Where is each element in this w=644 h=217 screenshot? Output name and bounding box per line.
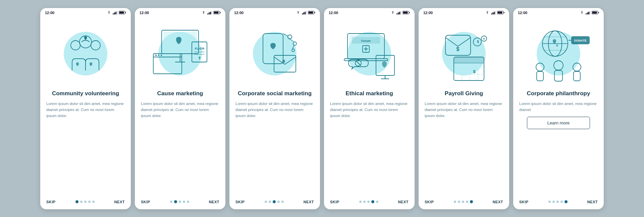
dot-1-2 (84, 201, 87, 203)
battery-icon-6 (592, 11, 599, 14)
svg-point-39 (292, 49, 294, 52)
svg-rect-10 (209, 12, 210, 14)
dots-5 (454, 200, 473, 203)
svg-line-42 (292, 45, 294, 49)
wifi-icon-5 (485, 11, 490, 14)
svg-point-93 (536, 63, 544, 71)
bottom-nav-2: SKIP NEXT (135, 196, 225, 209)
svg-rect-12 (211, 11, 212, 14)
dot-3-1 (269, 201, 271, 203)
svg-rect-23 (153, 54, 182, 74)
svg-point-37 (288, 35, 292, 39)
svg-rect-87 (592, 12, 597, 14)
svg-point-26 (158, 55, 159, 56)
time-4: 12:00 (329, 11, 338, 15)
wifi-icon-4 (390, 11, 395, 14)
status-icons-2 (201, 11, 221, 14)
illustration-payroll-giving: $ $ $ $ (419, 16, 509, 90)
icon-corporate-social-marketing (238, 23, 312, 84)
screen-corporate-philanthropy: 12:00 (513, 8, 604, 209)
illustration-community-volunteering (40, 16, 131, 90)
skip-label-1[interactable]: SKIP (46, 200, 56, 204)
signal-icon-6 (586, 11, 590, 14)
screen-content-2: Cause marketing Lorem ipsum dolor sit di… (135, 90, 225, 193)
svg-rect-28 (302, 13, 303, 14)
next-label-6[interactable]: NEXT (587, 200, 598, 204)
dot-1-3 (88, 201, 91, 203)
next-label-3[interactable]: NEXT (304, 200, 314, 204)
illustration-corporate-social-marketing (229, 16, 320, 90)
bottom-nav-4: SKIP NEXT (324, 196, 415, 209)
svg-text:$: $ (473, 69, 476, 74)
dot-1-1 (80, 201, 83, 203)
dot-4-1 (363, 201, 366, 203)
screen-community-volunteering: 12:00 (40, 8, 131, 209)
icon-corporate-philanthropy: DONATE (522, 23, 595, 84)
time-2: 12:00 (140, 11, 149, 15)
status-icons-1 (107, 11, 126, 14)
svg-rect-9 (207, 13, 208, 14)
next-label-2[interactable]: NEXT (209, 200, 219, 204)
dot-5-1 (458, 201, 460, 203)
dots-2 (170, 200, 189, 203)
dot-3-2 (273, 200, 276, 203)
status-bar-5: 12:00 (419, 8, 509, 16)
svg-rect-65 (495, 11, 496, 14)
dot-1-4 (92, 201, 95, 203)
screen-body-5: Lorem ipsum dolor sit dim amet, mea regi… (425, 101, 503, 119)
screen-content-1: Community volunteering Lorem ipsum dolor… (40, 90, 131, 193)
svg-rect-63 (492, 12, 493, 14)
illustration-ethical-marketing: Forum (324, 16, 415, 90)
skip-label-4[interactable]: SKIP (330, 200, 339, 204)
dot-2-4 (187, 201, 189, 203)
learn-more-button[interactable]: Learn more (527, 117, 590, 129)
svg-point-7 (71, 41, 80, 50)
wifi-icon-6 (580, 11, 584, 14)
battery-icon-1 (119, 11, 126, 14)
status-icons-4 (390, 11, 410, 14)
signal-icon-4 (396, 11, 401, 14)
svg-line-58 (356, 60, 361, 66)
svg-rect-29 (303, 12, 304, 14)
screen-title-5: Payroll Giving (425, 90, 503, 97)
next-label-1[interactable]: NEXT (114, 200, 125, 204)
screen-title-4: Ethical marketing (330, 90, 409, 97)
screen-content-6: Corporate philanthropy Lorem ipsum dolor… (513, 90, 604, 193)
dot-2-0 (170, 201, 172, 203)
svg-rect-82 (586, 13, 587, 14)
skip-label-6[interactable]: SKIP (519, 200, 529, 204)
screen-body-1: Lorem ipsum dolor sit dim amet, mea regi… (46, 101, 125, 119)
screen-corporate-social-marketing: 12:00 (229, 8, 320, 209)
dot-6-2 (556, 201, 559, 203)
screen-title-3: Corporate social marketing (235, 90, 314, 97)
skip-label-5[interactable]: SKIP (425, 200, 434, 204)
svg-point-27 (161, 55, 162, 56)
skip-label-3[interactable]: SKIP (235, 200, 245, 204)
signal-icon-3 (302, 11, 307, 14)
screen-title-2: Cause marketing (141, 90, 219, 97)
status-bar-3: 12:00 (229, 8, 320, 16)
dots-1 (75, 200, 95, 203)
dots-3 (265, 200, 284, 203)
status-icons-3 (296, 11, 315, 14)
skip-label-2[interactable]: SKIP (141, 200, 150, 204)
wifi-icon-2 (201, 11, 206, 14)
svg-text:FLYER: FLYER (195, 47, 205, 50)
dot-3-4 (281, 201, 284, 203)
svg-rect-45 (399, 12, 400, 14)
svg-rect-0 (113, 13, 114, 14)
svg-text:$: $ (483, 37, 485, 40)
next-label-4[interactable]: NEXT (398, 200, 409, 204)
next-label-5[interactable]: NEXT (493, 200, 503, 204)
screen-body-3: Lorem ipsum dolor sit dim amet, mea regi… (235, 101, 314, 119)
svg-rect-96 (554, 70, 562, 81)
svg-point-38 (293, 42, 297, 45)
battery-icon-2 (213, 11, 221, 14)
svg-rect-44 (398, 12, 399, 14)
dot-4-3 (371, 200, 374, 203)
dot-2-3 (183, 201, 185, 203)
icon-cause-marketing: FLYER (143, 23, 217, 84)
screen-body-4: Lorem ipsum dolor sit dim amet, mea regi… (330, 101, 409, 119)
bottom-nav-1: SKIP NEXT (40, 196, 131, 209)
dot-4-0 (359, 201, 362, 203)
